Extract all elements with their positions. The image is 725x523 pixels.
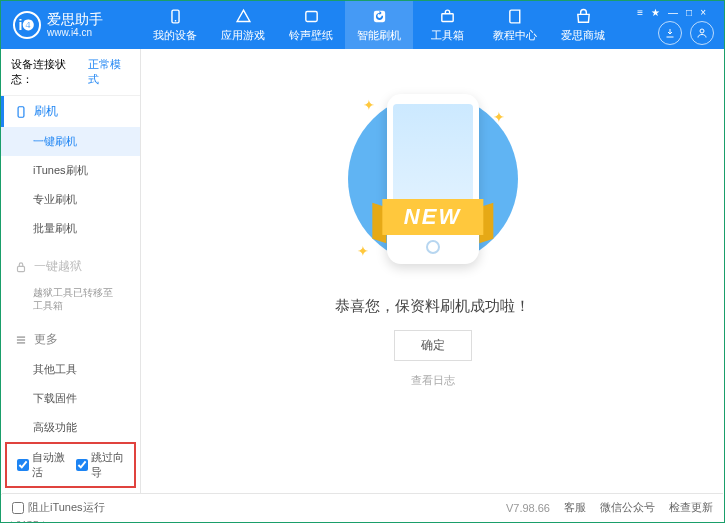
svg-rect-2 xyxy=(305,11,316,21)
store-icon xyxy=(575,8,592,25)
header-right-icons: ≡ ★ — □ × xyxy=(658,5,724,45)
view-log-link[interactable]: 查看日志 xyxy=(411,373,455,388)
device-status-value: 正常模式 xyxy=(88,57,130,87)
phone-icon xyxy=(14,105,28,119)
sidebar-item-other-tools[interactable]: 其他工具 xyxy=(1,355,140,384)
success-illustration: NEW ✦ ✦ ✦ xyxy=(343,79,523,279)
svg-rect-7 xyxy=(18,266,25,271)
refresh-icon xyxy=(371,8,388,25)
version-label: V7.98.66 xyxy=(506,502,550,514)
device-status: 设备连接状态： 正常模式 xyxy=(1,49,140,96)
statusbar: 阻止iTunes运行 V7.98.66 客服 微信公众号 检查更新 xyxy=(2,493,723,521)
sidebar-head-more[interactable]: 更多 xyxy=(1,324,140,355)
wallpaper-icon xyxy=(303,8,320,25)
sidebar-item-itunes-flash[interactable]: iTunes刷机 xyxy=(1,156,140,185)
phone-icon xyxy=(167,8,184,25)
maximize-button[interactable]: □ xyxy=(686,7,692,18)
menu-icon[interactable]: ≡ xyxy=(637,7,643,18)
nav-tutorials[interactable]: 教程中心 xyxy=(481,1,549,49)
toolbox-icon xyxy=(439,8,456,25)
book-icon xyxy=(507,8,524,25)
nav-ringtones[interactable]: 铃声壁纸 xyxy=(277,1,345,49)
new-ribbon: NEW xyxy=(382,199,483,235)
sidebar: 设备连接状态： 正常模式 刷机 一键刷机 iTunes刷机 专业刷机 批量刷机 … xyxy=(1,49,141,495)
nav-toolbox[interactable]: 工具箱 xyxy=(413,1,481,49)
sidebar-head-flash[interactable]: 刷机 xyxy=(1,96,140,127)
lock-icon xyxy=(14,260,28,274)
titlebar: i❹ 爱思助手 www.i4.cn 我的设备 应用游戏 铃声壁纸 智能刷机 工具… xyxy=(1,1,724,49)
app-title: 爱思助手 xyxy=(47,12,103,27)
sidebar-item-advanced[interactable]: 高级功能 xyxy=(1,413,140,442)
customer-service-link[interactable]: 客服 xyxy=(564,500,586,515)
logo[interactable]: i❹ 爱思助手 www.i4.cn xyxy=(1,11,141,39)
skip-guide-checkbox[interactable]: 跳过向导 xyxy=(76,450,125,480)
window-controls: ≡ ★ — □ × xyxy=(637,3,716,523)
sidebar-item-batch-flash[interactable]: 批量刷机 xyxy=(1,214,140,243)
check-update-link[interactable]: 检查更新 xyxy=(669,500,713,515)
logo-icon: i❹ xyxy=(13,11,41,39)
nav-smart-flash[interactable]: 智能刷机 xyxy=(345,1,413,49)
wechat-link[interactable]: 微信公众号 xyxy=(600,500,655,515)
block-itunes-checkbox[interactable]: 阻止iTunes运行 xyxy=(12,500,105,515)
auto-activate-checkbox[interactable]: 自动激活 xyxy=(17,450,66,480)
nav-my-device[interactable]: 我的设备 xyxy=(141,1,209,49)
svg-rect-6 xyxy=(18,106,24,117)
sidebar-item-oneclick-flash[interactable]: 一键刷机 xyxy=(1,127,140,156)
apps-icon xyxy=(235,8,252,25)
skin-icon[interactable]: ★ xyxy=(651,7,660,18)
nav-store[interactable]: 爱思商城 xyxy=(549,1,617,49)
close-button[interactable]: × xyxy=(700,7,706,18)
sidebar-item-download-firmware[interactable]: 下载固件 xyxy=(1,384,140,413)
svg-rect-4 xyxy=(441,13,452,21)
minimize-button[interactable]: — xyxy=(668,7,678,18)
app-url: www.i4.cn xyxy=(47,27,103,38)
jailbreak-note: 越狱工具已转移至工具箱 xyxy=(1,282,140,316)
flash-options-box: 自动激活 跳过向导 xyxy=(5,442,136,488)
top-nav: 我的设备 应用游戏 铃声壁纸 智能刷机 工具箱 教程中心 爱思商城 xyxy=(141,1,617,49)
ok-button[interactable]: 确定 xyxy=(394,330,472,361)
sidebar-head-jailbreak[interactable]: 一键越狱 xyxy=(1,251,140,282)
sidebar-item-pro-flash[interactable]: 专业刷机 xyxy=(1,185,140,214)
success-message: 恭喜您，保资料刷机成功啦！ xyxy=(335,297,530,316)
list-icon xyxy=(14,333,28,347)
nav-apps[interactable]: 应用游戏 xyxy=(209,1,277,49)
device-status-label: 设备连接状态： xyxy=(11,57,84,87)
